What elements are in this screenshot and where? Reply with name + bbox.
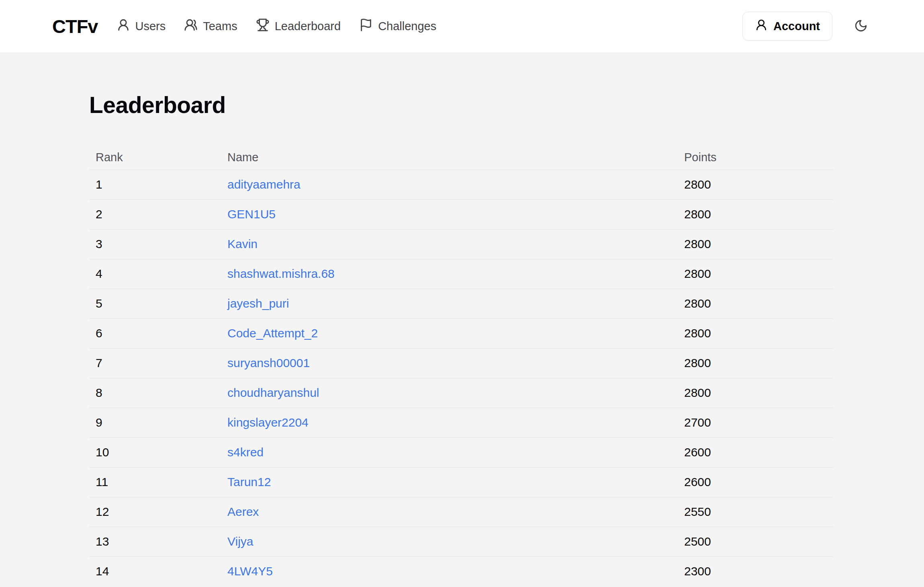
- name-cell: Code_Attempt_2: [221, 318, 678, 348]
- player-link[interactable]: Vijya: [227, 535, 253, 548]
- rank-cell: 6: [89, 318, 221, 348]
- nav-item-teams[interactable]: Teams: [184, 18, 237, 35]
- leaderboard-table: Rank Name Points 1 adityaamehra 2800 2 G…: [89, 146, 834, 586]
- rank-cell: 12: [89, 497, 221, 527]
- flag-icon: [359, 18, 373, 35]
- player-link[interactable]: adityaamehra: [227, 178, 301, 191]
- name-cell: kingslayer2204: [221, 408, 678, 437]
- name-cell: Tarun12: [221, 467, 678, 497]
- nav-item-label: Challenges: [378, 20, 436, 33]
- name-cell: Kavin: [221, 229, 678, 259]
- table-row: 1 adityaamehra 2800: [89, 170, 834, 199]
- page-title: Leaderboard: [89, 92, 834, 118]
- points-cell: 2700: [678, 408, 834, 437]
- name-cell: shashwat.mishra.68: [221, 259, 678, 289]
- player-link[interactable]: suryansh00001: [227, 356, 310, 369]
- account-button[interactable]: Account: [742, 12, 832, 41]
- rank-cell: 1: [89, 170, 221, 199]
- rank-cell: 8: [89, 378, 221, 408]
- points-cell: 2600: [678, 467, 834, 497]
- name-cell: 4LW4Y5: [221, 556, 678, 586]
- player-link[interactable]: kingslayer2204: [227, 416, 309, 429]
- table-row: 3 Kavin 2800: [89, 229, 834, 259]
- rank-cell: 9: [89, 408, 221, 437]
- rank-cell: 11: [89, 467, 221, 497]
- table-row: 8 choudharyanshul 2800: [89, 378, 834, 408]
- leaderboard-rows: 1 adityaamehra 2800 2 GEN1U5 2800 3 Kavi…: [89, 170, 834, 586]
- nav-item-leaderboard[interactable]: Leaderboard: [256, 18, 341, 35]
- nav-item-label: Leaderboard: [275, 20, 341, 33]
- rank-cell: 7: [89, 348, 221, 378]
- player-link[interactable]: shashwat.mishra.68: [227, 267, 335, 280]
- user-icon: [755, 18, 768, 34]
- navbar: CTFv Users Teams Leaderboard Challenges: [0, 0, 924, 52]
- nav-item-users[interactable]: Users: [117, 18, 166, 35]
- points-cell: 2800: [678, 259, 834, 289]
- table-row: 13 Vijya 2500: [89, 527, 834, 556]
- points-cell: 2600: [678, 437, 834, 467]
- name-cell: adityaamehra: [221, 170, 678, 199]
- player-link[interactable]: s4kred: [227, 445, 264, 459]
- rank-cell: 13: [89, 527, 221, 556]
- app-logo[interactable]: CTFv: [52, 15, 98, 37]
- points-cell: 2800: [678, 348, 834, 378]
- name-cell: Vijya: [221, 527, 678, 556]
- name-column-header: Name: [221, 146, 678, 170]
- points-cell: 2800: [678, 318, 834, 348]
- points-cell: 2800: [678, 170, 834, 199]
- name-cell: suryansh00001: [221, 348, 678, 378]
- rank-cell: 2: [89, 199, 221, 229]
- table-row: 7 suryansh00001 2800: [89, 348, 834, 378]
- player-link[interactable]: Tarun12: [227, 475, 271, 488]
- nav-item-label: Users: [135, 20, 166, 33]
- rank-column-header: Rank: [89, 146, 221, 170]
- user-icon: [117, 18, 130, 35]
- table-row: 5 jayesh_puri 2800: [89, 289, 834, 318]
- player-link[interactable]: GEN1U5: [227, 207, 276, 221]
- player-link[interactable]: Aerex: [227, 505, 259, 518]
- points-cell: 2800: [678, 229, 834, 259]
- points-cell: 2500: [678, 527, 834, 556]
- trophy-icon: [256, 18, 270, 35]
- rank-cell: 5: [89, 289, 221, 318]
- points-column-header: Points: [678, 146, 834, 170]
- table-row: 12 Aerex 2550: [89, 497, 834, 527]
- main-content: Leaderboard Rank Name Points 1 adityaame…: [89, 92, 834, 586]
- name-cell: jayesh_puri: [221, 289, 678, 318]
- table-row: 9 kingslayer2204 2700: [89, 408, 834, 437]
- rank-cell: 4: [89, 259, 221, 289]
- name-cell: choudharyanshul: [221, 378, 678, 408]
- points-cell: 2550: [678, 497, 834, 527]
- player-link[interactable]: Code_Attempt_2: [227, 326, 318, 340]
- table-row: 4 shashwat.mishra.68 2800: [89, 259, 834, 289]
- rank-cell: 10: [89, 437, 221, 467]
- nav-item-label: Teams: [203, 20, 237, 33]
- player-link[interactable]: Kavin: [227, 237, 258, 250]
- points-cell: 2300: [678, 556, 834, 586]
- table-row: 14 4LW4Y5 2300: [89, 556, 834, 586]
- name-cell: s4kred: [221, 437, 678, 467]
- player-link[interactable]: jayesh_puri: [227, 297, 289, 310]
- table-row: 10 s4kred 2600: [89, 437, 834, 467]
- theme-toggle-button[interactable]: [854, 19, 868, 34]
- points-cell: 2800: [678, 289, 834, 318]
- points-cell: 2800: [678, 199, 834, 229]
- name-cell: Aerex: [221, 497, 678, 527]
- rank-cell: 14: [89, 556, 221, 586]
- main-nav: Users Teams Leaderboard Challenges: [117, 18, 437, 35]
- table-header-row: Rank Name Points: [89, 146, 834, 170]
- account-button-label: Account: [773, 20, 820, 33]
- users-icon: [184, 18, 198, 35]
- table-row: 11 Tarun12 2600: [89, 467, 834, 497]
- table-row: 2 GEN1U5 2800: [89, 199, 834, 229]
- moon-icon: [854, 19, 868, 34]
- player-link[interactable]: choudharyanshul: [227, 386, 319, 399]
- nav-item-challenges[interactable]: Challenges: [359, 18, 436, 35]
- table-row: 6 Code_Attempt_2 2800: [89, 318, 834, 348]
- points-cell: 2800: [678, 378, 834, 408]
- rank-cell: 3: [89, 229, 221, 259]
- name-cell: GEN1U5: [221, 199, 678, 229]
- player-link[interactable]: 4LW4Y5: [227, 564, 273, 578]
